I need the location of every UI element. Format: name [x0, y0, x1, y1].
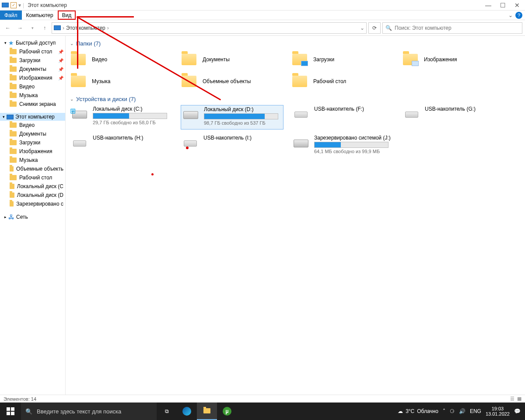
tray-chevron-icon[interactable]: ˄ [443, 408, 445, 414]
folder-item[interactable]: Рабочий стол [291, 71, 394, 91]
qat-dropdown-icon[interactable]: ▾ [18, 2, 21, 8]
folder-item[interactable]: Изображения [402, 49, 505, 70]
pin-icon: 📌 [58, 67, 63, 72]
sidebar-network[interactable]: ▸ 🖧 Сеть [0, 213, 65, 221]
folder-label: Объемные объекты [203, 78, 251, 84]
group-folders-header[interactable]: ⌄ Папки (7) [70, 40, 521, 47]
folder-icon [291, 51, 308, 68]
drive-item[interactable]: USB-накопитель (H:) [70, 134, 173, 158]
group-drives-header[interactable]: ⌄ Устройства и диски (7) [70, 96, 521, 102]
sidebar-item[interactable]: Загрузки📌 [0, 56, 65, 65]
folder-icon [10, 184, 14, 189]
refresh-button[interactable]: ⟳ [368, 22, 381, 34]
drive-capacity-bar [204, 113, 278, 119]
folder-icon [291, 73, 308, 90]
folder-item[interactable]: Объемные объекты [181, 71, 284, 91]
sidebar-item[interactable]: Музыка [0, 91, 65, 100]
content-area: ⌄ Папки (7) ВидеоДокументыЗагрузкиИзобра… [66, 36, 525, 395]
chevron-right-icon: › [107, 25, 109, 31]
breadcrumb-root[interactable]: Этот компьютер [66, 25, 105, 31]
sidebar-item-label: Изображения [19, 75, 52, 81]
folder-icon [10, 192, 14, 198]
view-large-icon[interactable]: ▦ [517, 396, 522, 402]
minimize-button[interactable]: ― [485, 2, 491, 9]
ribbon-chevron-icon[interactable]: ⌄ [508, 12, 513, 18]
drive-label: Зарезервировано системой (J:) [314, 135, 393, 141]
svg-rect-2 [7, 412, 10, 415]
search-box[interactable]: 🔍 [382, 22, 522, 34]
maximize-button[interactable]: ☐ [500, 2, 506, 9]
sidebar-item[interactable]: Снимки экрана [0, 100, 65, 108]
sidebar-item[interactable]: Объемные объекть [0, 164, 65, 173]
tab-view[interactable]: Вид [58, 10, 76, 20]
drive-item[interactable]: USB-накопитель (I:) [181, 134, 284, 158]
folder-icon [181, 51, 197, 68]
drive-free-text: 64,1 МБ свободно из 99,9 МБ [314, 149, 393, 154]
nav-recent-dropdown[interactable]: ▾ [27, 23, 38, 33]
taskbar: 🔍 Введите здесь текст для поиска ⧉ µ ☁ 3… [0, 402, 525, 420]
tray-notifications-icon[interactable]: 💬 [514, 408, 521, 414]
breadcrumb[interactable]: › Этот компьютер › ⌄ [52, 22, 367, 34]
nav-up-button[interactable]: ↑ [39, 23, 50, 33]
tray-date: 13.01.2022 [486, 411, 510, 416]
sidebar-item[interactable]: Рабочий стол [0, 173, 65, 182]
sidebar-this-pc[interactable]: ▾ Этот компьютер [0, 113, 65, 121]
folder-item[interactable]: Документы [181, 49, 284, 70]
folder-label: Загрузки [313, 56, 334, 63]
search-input[interactable] [395, 25, 519, 31]
tray-wifi-icon[interactable]: ⚆ [450, 408, 455, 414]
tray-language[interactable]: ENG [470, 408, 481, 414]
sidebar-item-label: Объемные объекть [16, 166, 63, 172]
chevron-right-icon: › [63, 25, 64, 31]
taskview-button[interactable]: ⧉ [157, 402, 177, 420]
weather-widget[interactable]: ☁ 3°C Облачно [398, 408, 438, 414]
qat-checkbox-icon[interactable]: ✓ [10, 2, 17, 8]
sidebar-item-label: Снимки экрана [19, 101, 56, 107]
sidebar-item[interactable]: Документы [0, 130, 65, 138]
view-details-icon[interactable]: ☰ [510, 396, 514, 402]
sidebar-item[interactable]: Музыка [0, 156, 65, 164]
qat-separator: | [23, 2, 24, 8]
star-icon: ★ [8, 39, 14, 46]
drive-item[interactable]: USB-накопитель (G:) [402, 105, 505, 130]
taskbar-app-edge[interactable] [177, 402, 197, 420]
drive-item[interactable]: Зарезервировано системой (J:)64,1 МБ сво… [291, 134, 394, 158]
folder-item[interactable]: Загрузки [291, 49, 394, 70]
tab-file[interactable]: Файл [0, 10, 22, 20]
close-button[interactable]: ✕ [514, 2, 520, 9]
folder-icon [10, 58, 17, 63]
drive-item[interactable]: ⊞Локальный диск (C:)29,7 ГБ свободно из … [70, 105, 173, 130]
tray-time: 19:03 [492, 406, 504, 411]
folder-item[interactable]: Видео [70, 49, 173, 70]
sidebar-item[interactable]: Изображения📌 [0, 74, 65, 82]
tray-clock[interactable]: 19:03 13.01.2022 [486, 406, 510, 416]
sidebar-item-label: Рабочий стол [19, 175, 52, 181]
taskbar-app-explorer[interactable] [197, 402, 217, 420]
drive-item[interactable]: Локальный диск (D:)98,7 ГБ свободно из 5… [181, 105, 284, 130]
sidebar-item[interactable]: Локальный диск (D [0, 191, 65, 200]
breadcrumb-dropdown-icon[interactable]: ⌄ [360, 25, 364, 31]
sidebar-item[interactable]: Документы📌 [0, 65, 65, 74]
sidebar-quick-access[interactable]: ▾ ★ Быстрый доступ [0, 38, 65, 47]
folder-icon [10, 149, 17, 154]
sidebar-item[interactable]: Загрузки [0, 138, 65, 147]
drive-item[interactable]: USB-накопитель (F:) [291, 105, 394, 130]
tray-volume-icon[interactable]: 🔊 [459, 408, 466, 414]
sidebar-item[interactable]: Видео [0, 121, 65, 130]
nav-back-button[interactable]: ← [3, 23, 13, 33]
sidebar-item[interactable]: Зарезервировано с [0, 200, 65, 208]
sidebar-item[interactable]: Видео [0, 82, 65, 91]
nav-forward-button[interactable]: → [15, 23, 25, 33]
drive-icon [403, 106, 420, 123]
start-button[interactable] [0, 402, 21, 420]
help-button[interactable]: ? [515, 12, 522, 19]
taskbar-search[interactable]: 🔍 Введите здесь текст для поиска [21, 402, 157, 420]
sidebar-item[interactable]: Локальный диск (С [0, 182, 65, 191]
sidebar-item[interactable]: Изображения [0, 147, 65, 156]
taskbar-app-utorrent[interactable]: µ [217, 402, 237, 420]
tab-computer[interactable]: Компьютер [22, 10, 58, 20]
network-icon: 🖧 [8, 214, 14, 220]
folder-item[interactable]: Музыка [70, 71, 173, 91]
folder-icon [10, 131, 17, 136]
sidebar-item[interactable]: Рабочий стол📌 [0, 47, 65, 56]
